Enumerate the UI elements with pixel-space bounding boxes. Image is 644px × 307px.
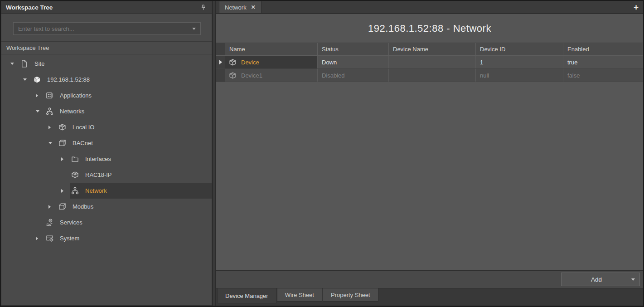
grid-action-bar: Add <box>216 271 643 288</box>
tree-item-content[interactable]: Network <box>70 183 212 199</box>
tree-item-interfaces[interactable]: Interfaces <box>1 151 212 167</box>
expand-arrow-icon[interactable] <box>46 119 58 135</box>
tree-item-content[interactable]: Networks <box>45 103 212 119</box>
cell-name[interactable]: Device <box>225 56 318 68</box>
cell-device-name[interactable] <box>389 69 476 82</box>
expand-arrow-icon[interactable] <box>58 183 70 199</box>
tree-item-label: Networks <box>60 108 84 115</box>
tree-item-rac18-ip[interactable]: RAC18-IP <box>1 167 212 183</box>
workspace-tree-section-label: Workspace Tree <box>1 41 212 54</box>
expand-arrow-icon[interactable] <box>20 72 32 88</box>
tree-item-content[interactable]: Interfaces <box>70 151 212 167</box>
tree-item-site[interactable]: Site <box>1 56 212 72</box>
add-button-label: Add <box>562 276 631 283</box>
device-icon <box>228 71 237 80</box>
expand-arrow-icon[interactable] <box>33 230 45 246</box>
column-header-enabled[interactable]: Enabled <box>563 43 643 55</box>
search-box[interactable] <box>13 22 201 35</box>
expand-arrow-icon[interactable] <box>58 151 70 167</box>
expand-arrow-icon[interactable] <box>33 88 45 103</box>
cell-enabled[interactable]: true <box>563 56 643 68</box>
view-tab-device-manager[interactable]: Device Manager <box>217 288 276 303</box>
close-icon[interactable]: ✕ <box>251 5 256 10</box>
column-header-device-name[interactable]: Device Name <box>389 43 476 55</box>
search-input[interactable] <box>18 25 192 32</box>
current-row-indicator-icon <box>216 56 225 68</box>
device-icon <box>58 123 67 132</box>
view-tab-wire-sheet[interactable]: Wire Sheet <box>277 288 322 302</box>
new-tab-button[interactable]: + <box>634 3 639 11</box>
tree-item-label: Site <box>34 60 44 67</box>
row-indicator <box>216 69 225 82</box>
cell-device-id[interactable]: 1 <box>476 56 563 68</box>
chevron-down-icon[interactable] <box>631 278 635 281</box>
network-icon <box>45 107 54 116</box>
tree-item-content[interactable]: BACnet <box>58 135 212 151</box>
cell-status[interactable]: Down <box>318 56 389 68</box>
tree-item-content[interactable]: 192.168.1.52:88 <box>32 72 212 88</box>
tree-item-content[interactable]: RAC18-IP <box>70 167 212 183</box>
tree-item-networks[interactable]: Networks <box>1 103 212 119</box>
services-icon <box>45 218 54 227</box>
device-grid: NameStatusDevice NameDevice IDEnabled De… <box>216 43 643 271</box>
protocol-icon <box>58 202 67 211</box>
tree-item-bacnet[interactable]: BACnet <box>1 135 212 151</box>
grid-rows: DeviceDown1trueDevice1Disablednullfalse <box>216 56 643 82</box>
tree-item-modbus[interactable]: Modbus <box>1 199 212 214</box>
system-icon <box>45 234 54 243</box>
tree-item-label: Local IO <box>73 124 94 131</box>
device-name-label: Device1 <box>241 72 262 79</box>
applications-icon <box>45 91 54 100</box>
row-indicator-header <box>216 43 225 55</box>
tab-network[interactable]: Network✕ <box>219 1 261 13</box>
tree-item-content[interactable]: Applications <box>45 88 212 103</box>
tree-item-content[interactable]: Site <box>19 56 212 72</box>
page-title: 192.168.1.52:88 - Network <box>368 23 491 34</box>
cell-enabled[interactable]: false <box>563 69 643 82</box>
panel-splitter[interactable] <box>212 1 216 306</box>
pin-icon[interactable] <box>199 3 207 11</box>
device-icon <box>70 171 79 180</box>
cell-device-name[interactable] <box>389 56 476 68</box>
folder-icon <box>70 155 79 164</box>
workspace-tree-title: Workspace Tree <box>6 4 199 11</box>
tree-item-label: RAC18-IP <box>85 171 112 178</box>
column-header-status[interactable]: Status <box>318 43 389 55</box>
document-tab-bar: Network✕ + <box>216 1 643 14</box>
document-panel: Network✕ + 192.168.1.52:88 - Network Nam… <box>216 1 643 306</box>
protocol-icon <box>58 139 67 148</box>
expand-arrow-icon[interactable] <box>33 103 45 119</box>
table-row-device1[interactable]: Device1Disablednullfalse <box>216 69 643 82</box>
tree-item-label: Modbus <box>73 203 93 210</box>
tree-item-content[interactable]: Local IO <box>58 119 212 135</box>
search-area <box>1 14 212 41</box>
tree-item-192-168-1-52-88[interactable]: 192.168.1.52:88 <box>1 72 212 88</box>
tree-item-services[interactable]: Services <box>1 214 212 230</box>
workspace-tree-header: Workspace Tree <box>1 1 212 14</box>
tree-item-system[interactable]: System <box>1 230 212 246</box>
expand-arrow-icon[interactable] <box>46 135 58 151</box>
expand-arrow-icon[interactable] <box>8 56 19 72</box>
cell-name[interactable]: Device1 <box>225 69 318 82</box>
tree-item-applications[interactable]: Applications <box>1 88 212 103</box>
tree-item-content[interactable]: Modbus <box>58 199 212 214</box>
tree-item-local-io[interactable]: Local IO <box>1 119 212 135</box>
add-button[interactable]: Add <box>561 273 640 286</box>
tree-item-network[interactable]: Network <box>1 183 212 199</box>
column-header-name[interactable]: Name <box>225 43 318 55</box>
expand-arrow-icon[interactable] <box>46 199 58 214</box>
table-row-device[interactable]: DeviceDown1true <box>216 56 643 69</box>
grid-empty-area[interactable] <box>216 82 643 270</box>
title-band: 192.168.1.52:88 - Network <box>216 14 643 43</box>
view-tab-property-sheet[interactable]: Property Sheet <box>323 288 378 302</box>
tree-item-label: System <box>60 235 79 242</box>
cell-status[interactable]: Disabled <box>318 69 389 82</box>
tree-item-content[interactable]: System <box>45 230 212 246</box>
column-header-device-id[interactable]: Device ID <box>476 43 563 55</box>
tree-item-label: Network <box>85 187 107 194</box>
network-icon <box>70 186 79 195</box>
tree-item-content[interactable]: Services <box>45 214 212 230</box>
chevron-down-icon[interactable] <box>192 28 196 30</box>
document-icon <box>19 59 29 68</box>
cell-device-id[interactable]: null <box>476 69 563 82</box>
